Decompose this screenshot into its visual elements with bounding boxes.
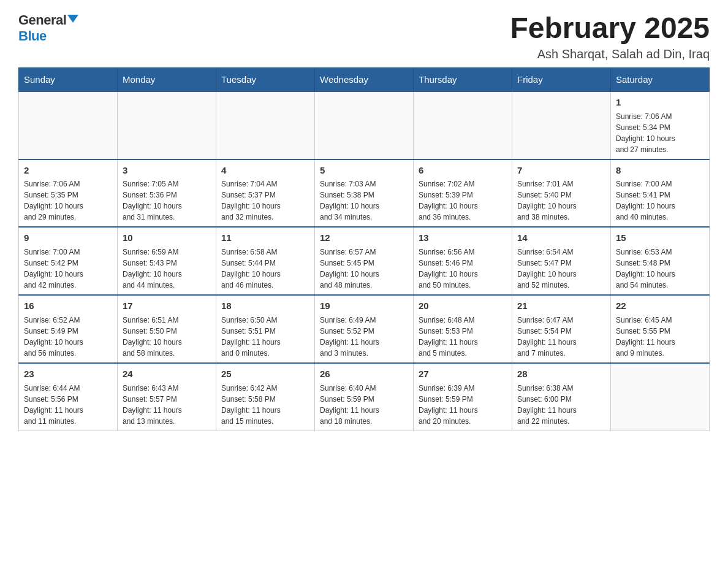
calendar-week-3: 9Sunrise: 7:00 AM Sunset: 5:42 PM Daylig… [19, 227, 710, 295]
day-info: Sunrise: 7:06 AM Sunset: 5:35 PM Dayligh… [24, 178, 112, 223]
day-info: Sunrise: 6:49 AM Sunset: 5:52 PM Dayligh… [320, 315, 408, 359]
page-header: General Blue February 2025 Ash Sharqat, … [18, 12, 710, 61]
day-info: Sunrise: 7:00 AM Sunset: 5:42 PM Dayligh… [24, 247, 112, 291]
calendar-day [118, 91, 216, 159]
location-title: Ash Sharqat, Salah ad Din, Iraq [510, 47, 710, 61]
calendar-day: 5Sunrise: 7:03 AM Sunset: 5:38 PM Daylig… [315, 159, 414, 228]
day-info: Sunrise: 6:40 AM Sunset: 5:59 PM Dayligh… [320, 383, 408, 427]
day-info: Sunrise: 6:58 AM Sunset: 5:44 PM Dayligh… [221, 247, 309, 291]
day-header-saturday: Saturday [611, 67, 710, 91]
day-number: 9 [24, 231, 112, 245]
calendar-day: 13Sunrise: 6:56 AM Sunset: 5:46 PM Dayli… [414, 227, 512, 295]
calendar-day: 16Sunrise: 6:52 AM Sunset: 5:49 PM Dayli… [19, 295, 118, 363]
day-number: 3 [123, 164, 211, 177]
day-header-friday: Friday [512, 67, 611, 91]
day-number: 1 [616, 96, 704, 109]
day-number: 20 [419, 299, 507, 313]
calendar-day: 24Sunrise: 6:43 AM Sunset: 5:57 PM Dayli… [118, 363, 216, 431]
calendar-week-4: 16Sunrise: 6:52 AM Sunset: 5:49 PM Dayli… [19, 295, 710, 363]
day-number: 21 [517, 299, 605, 313]
calendar-day [315, 91, 414, 159]
day-number: 14 [517, 231, 605, 245]
day-info: Sunrise: 6:51 AM Sunset: 5:50 PM Dayligh… [123, 315, 211, 359]
logo-blue-text: Blue [18, 28, 47, 44]
calendar-day: 20Sunrise: 6:48 AM Sunset: 5:53 PM Dayli… [414, 295, 512, 363]
calendar-day: 22Sunrise: 6:45 AM Sunset: 5:55 PM Dayli… [611, 295, 710, 363]
calendar-day [611, 363, 710, 431]
day-info: Sunrise: 6:56 AM Sunset: 5:46 PM Dayligh… [419, 247, 507, 291]
day-info: Sunrise: 6:50 AM Sunset: 5:51 PM Dayligh… [221, 315, 309, 359]
logo: General Blue [18, 12, 78, 44]
calendar-day: 3Sunrise: 7:05 AM Sunset: 5:36 PM Daylig… [118, 159, 216, 228]
calendar-day: 7Sunrise: 7:01 AM Sunset: 5:40 PM Daylig… [512, 159, 611, 228]
day-number: 10 [123, 231, 211, 245]
day-info: Sunrise: 6:43 AM Sunset: 5:57 PM Dayligh… [123, 383, 211, 427]
day-info: Sunrise: 6:53 AM Sunset: 5:48 PM Dayligh… [616, 247, 704, 291]
day-number: 26 [320, 367, 408, 381]
day-info: Sunrise: 7:04 AM Sunset: 5:37 PM Dayligh… [221, 178, 309, 223]
day-info: Sunrise: 6:39 AM Sunset: 5:59 PM Dayligh… [419, 383, 507, 427]
calendar-day: 14Sunrise: 6:54 AM Sunset: 5:47 PM Dayli… [512, 227, 611, 295]
calendar-day: 11Sunrise: 6:58 AM Sunset: 5:44 PM Dayli… [216, 227, 315, 295]
calendar-day: 26Sunrise: 6:40 AM Sunset: 5:59 PM Dayli… [315, 363, 414, 431]
calendar-day: 12Sunrise: 6:57 AM Sunset: 5:45 PM Dayli… [315, 227, 414, 295]
calendar-day: 15Sunrise: 6:53 AM Sunset: 5:48 PM Dayli… [611, 227, 710, 295]
title-section: February 2025 Ash Sharqat, Salah ad Din,… [510, 12, 710, 61]
day-info: Sunrise: 7:05 AM Sunset: 5:36 PM Dayligh… [123, 178, 211, 223]
day-header-tuesday: Tuesday [216, 67, 315, 91]
day-number: 28 [517, 367, 605, 381]
day-info: Sunrise: 6:47 AM Sunset: 5:54 PM Dayligh… [517, 315, 605, 359]
day-number: 6 [419, 164, 507, 177]
calendar-day: 2Sunrise: 7:06 AM Sunset: 5:35 PM Daylig… [19, 159, 118, 228]
day-header-monday: Monday [118, 67, 216, 91]
calendar-week-5: 23Sunrise: 6:44 AM Sunset: 5:56 PM Dayli… [19, 363, 710, 431]
day-info: Sunrise: 6:45 AM Sunset: 5:55 PM Dayligh… [616, 315, 704, 359]
calendar-day: 19Sunrise: 6:49 AM Sunset: 5:52 PM Dayli… [315, 295, 414, 363]
calendar-day [216, 91, 315, 159]
calendar-day: 25Sunrise: 6:42 AM Sunset: 5:58 PM Dayli… [216, 363, 315, 431]
day-number: 17 [123, 299, 211, 313]
calendar-day: 10Sunrise: 6:59 AM Sunset: 5:43 PM Dayli… [118, 227, 216, 295]
day-number: 23 [24, 367, 112, 381]
day-header-sunday: Sunday [19, 67, 118, 91]
day-header-thursday: Thursday [414, 67, 512, 91]
calendar-day: 18Sunrise: 6:50 AM Sunset: 5:51 PM Dayli… [216, 295, 315, 363]
day-info: Sunrise: 7:01 AM Sunset: 5:40 PM Dayligh… [517, 178, 605, 223]
day-number: 22 [616, 299, 704, 313]
calendar-day [414, 91, 512, 159]
day-number: 24 [123, 367, 211, 381]
calendar-day: 27Sunrise: 6:39 AM Sunset: 5:59 PM Dayli… [414, 363, 512, 431]
day-number: 25 [221, 367, 309, 381]
day-number: 11 [221, 231, 309, 245]
day-number: 16 [24, 299, 112, 313]
day-header-wednesday: Wednesday [315, 67, 414, 91]
month-title: February 2025 [510, 12, 710, 45]
calendar-header-row: SundayMondayTuesdayWednesdayThursdayFrid… [19, 67, 710, 91]
day-number: 12 [320, 231, 408, 245]
day-info: Sunrise: 6:54 AM Sunset: 5:47 PM Dayligh… [517, 247, 605, 291]
day-number: 18 [221, 299, 309, 313]
calendar-day: 17Sunrise: 6:51 AM Sunset: 5:50 PM Dayli… [118, 295, 216, 363]
logo-general-text: General [18, 12, 66, 28]
calendar-day: 28Sunrise: 6:38 AM Sunset: 6:00 PM Dayli… [512, 363, 611, 431]
calendar-day: 4Sunrise: 7:04 AM Sunset: 5:37 PM Daylig… [216, 159, 315, 228]
calendar-day [512, 91, 611, 159]
day-number: 4 [221, 164, 309, 177]
calendar-day: 23Sunrise: 6:44 AM Sunset: 5:56 PM Dayli… [19, 363, 118, 431]
day-info: Sunrise: 6:59 AM Sunset: 5:43 PM Dayligh… [123, 247, 211, 291]
day-info: Sunrise: 7:00 AM Sunset: 5:41 PM Dayligh… [616, 178, 704, 223]
day-number: 8 [616, 164, 704, 177]
day-info: Sunrise: 6:52 AM Sunset: 5:49 PM Dayligh… [24, 315, 112, 359]
calendar-day: 6Sunrise: 7:02 AM Sunset: 5:39 PM Daylig… [414, 159, 512, 228]
day-info: Sunrise: 6:44 AM Sunset: 5:56 PM Dayligh… [24, 383, 112, 427]
calendar-day: 21Sunrise: 6:47 AM Sunset: 5:54 PM Dayli… [512, 295, 611, 363]
day-info: Sunrise: 6:38 AM Sunset: 6:00 PM Dayligh… [517, 383, 605, 427]
day-info: Sunrise: 6:42 AM Sunset: 5:58 PM Dayligh… [221, 383, 309, 427]
day-info: Sunrise: 7:02 AM Sunset: 5:39 PM Dayligh… [419, 178, 507, 223]
day-info: Sunrise: 7:06 AM Sunset: 5:34 PM Dayligh… [616, 111, 704, 155]
day-number: 13 [419, 231, 507, 245]
day-number: 19 [320, 299, 408, 313]
day-number: 5 [320, 164, 408, 177]
day-number: 15 [616, 231, 704, 245]
calendar-day: 1Sunrise: 7:06 AM Sunset: 5:34 PM Daylig… [611, 91, 710, 159]
